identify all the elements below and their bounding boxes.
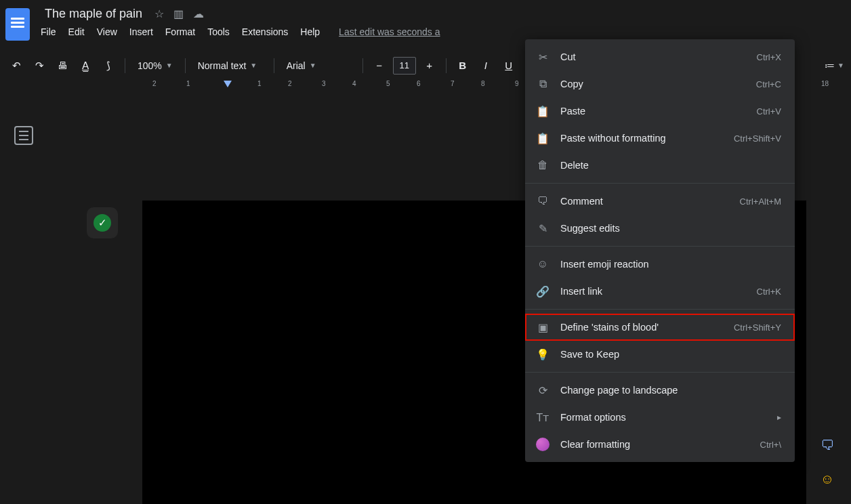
emoji-icon: ☺ bbox=[536, 257, 549, 271]
document-title[interactable]: The maple of pain bbox=[41, 5, 146, 22]
copy-icon: ⧉ bbox=[536, 77, 549, 91]
menu-divider bbox=[525, 372, 795, 373]
font-size-decrease[interactable]: − bbox=[370, 56, 389, 75]
paste-icon: 📋 bbox=[536, 104, 549, 118]
menu-file[interactable]: File bbox=[41, 26, 56, 37]
context-menu-item[interactable]: ✎Suggest edits bbox=[525, 215, 795, 242]
docs-logo-icon[interactable] bbox=[5, 8, 30, 41]
paint-format-button[interactable]: ⟆ bbox=[99, 56, 118, 75]
menu-tools[interactable]: Tools bbox=[207, 26, 230, 37]
zoom-select[interactable]: 100%▼ bbox=[132, 56, 178, 75]
add-comment-button[interactable]: 🗨 bbox=[816, 434, 839, 457]
submenu-arrow-icon: ▸ bbox=[777, 413, 781, 422]
undo-button[interactable]: ↶ bbox=[7, 56, 26, 75]
context-menu-item[interactable]: 📋Paste without formattingCtrl+Shift+V bbox=[525, 125, 795, 152]
menu-insert[interactable]: Insert bbox=[129, 26, 153, 37]
menu-help[interactable]: Help bbox=[300, 26, 320, 37]
format-icon: Tᴛ bbox=[536, 411, 549, 424]
context-menu-item[interactable]: 💡Save to Keep bbox=[525, 341, 795, 368]
italic-button[interactable]: I bbox=[476, 56, 495, 75]
context-menu-item[interactable]: TᴛFormat options▸ bbox=[525, 404, 795, 431]
bold-button[interactable]: B bbox=[453, 56, 472, 75]
rotate-icon: ⟳ bbox=[536, 383, 549, 397]
ruler-tick: 2 bbox=[288, 80, 292, 87]
ruler-tick: 7 bbox=[451, 80, 455, 87]
print-button[interactable]: 🖶 bbox=[53, 56, 72, 75]
menu-divider bbox=[525, 183, 795, 184]
context-menu-label: Insert link bbox=[560, 286, 746, 297]
context-menu-label: Define 'stains of blood' bbox=[560, 322, 723, 333]
suggest-icon: ✎ bbox=[536, 222, 549, 235]
ruler-tick: 18 bbox=[821, 80, 829, 87]
font-size-input[interactable] bbox=[393, 57, 416, 75]
context-menu-item[interactable]: 📋PasteCtrl+V bbox=[525, 98, 795, 125]
paste-plain-icon: 📋 bbox=[536, 131, 549, 145]
star-icon[interactable]: ☆ bbox=[154, 7, 164, 20]
spellcheck-button[interactable]: A̲ bbox=[76, 56, 95, 75]
menu-divider bbox=[525, 246, 795, 247]
ruler-tick: 6 bbox=[417, 80, 421, 87]
context-menu-label: Paste without formatting bbox=[560, 133, 723, 144]
context-menu-label: Insert emoji reaction bbox=[560, 259, 770, 270]
keep-icon: 💡 bbox=[536, 348, 549, 361]
menu-format[interactable]: Format bbox=[165, 26, 195, 37]
context-menu-shortcut: Ctrl+Shift+Y bbox=[734, 322, 781, 333]
menu-edit[interactable]: Edit bbox=[68, 26, 85, 37]
underline-button[interactable]: U bbox=[499, 56, 518, 75]
context-menu-label: Change page to landscape bbox=[560, 385, 770, 396]
context-menu-item[interactable]: 🗑Delete bbox=[525, 152, 795, 179]
avatar-icon bbox=[536, 438, 549, 451]
menu-extensions[interactable]: Extensions bbox=[242, 26, 288, 37]
ruler-tick: 2 bbox=[152, 80, 157, 87]
font-value: Arial bbox=[287, 60, 306, 71]
ruler-tick: 1 bbox=[257, 80, 262, 87]
comment-icon: 🗨 bbox=[536, 194, 549, 208]
context-menu-item[interactable]: ☺Insert emoji reaction bbox=[525, 251, 795, 278]
context-menu-item[interactable]: ⧉CopyCtrl+C bbox=[525, 70, 795, 98]
suggestion-accept-badge[interactable]: ✓ bbox=[87, 207, 118, 238]
define-icon: ▣ bbox=[536, 320, 549, 334]
menu-bar: File Edit View Insert Format Tools Exten… bbox=[41, 26, 440, 37]
check-icon: ✓ bbox=[94, 214, 111, 232]
context-menu-shortcut: Ctrl+V bbox=[757, 106, 781, 117]
paragraph-style-value: Normal text bbox=[198, 60, 247, 71]
ruler-tick: 1 bbox=[186, 80, 190, 87]
context-menu-item[interactable]: ⟳Change page to landscape bbox=[525, 377, 795, 404]
indent-marker-icon[interactable] bbox=[224, 81, 232, 87]
context-menu-label: Comment bbox=[560, 196, 729, 207]
context-menu-item[interactable]: ▣Define 'stains of blood'Ctrl+Shift+Y bbox=[525, 314, 795, 341]
context-menu-shortcut: Ctrl+\ bbox=[760, 440, 781, 450]
context-menu-label: Copy bbox=[560, 79, 745, 89]
font-select[interactable]: Arial▼ bbox=[281, 56, 356, 75]
menu-view[interactable]: View bbox=[97, 26, 117, 37]
cloud-status-icon: ☁ bbox=[193, 7, 204, 20]
context-menu-label: Suggest edits bbox=[560, 223, 770, 234]
ruler-tick: 4 bbox=[352, 80, 356, 87]
context-menu-shortcut: Ctrl+Shift+V bbox=[734, 133, 781, 144]
outline-toggle-button[interactable] bbox=[14, 126, 33, 145]
move-icon[interactable]: ▥ bbox=[173, 7, 184, 20]
context-menu-item[interactable]: 🗨CommentCtrl+Alt+M bbox=[525, 188, 795, 215]
context-menu-label: Paste bbox=[560, 106, 746, 117]
ruler-tick: 5 bbox=[386, 80, 390, 87]
editing-mode-button[interactable]: ≔▼ bbox=[825, 56, 844, 75]
context-menu-item[interactable]: 🔗Insert linkCtrl+K bbox=[525, 278, 795, 305]
context-menu-shortcut: Ctrl+K bbox=[757, 287, 781, 297]
context-menu-label: Delete bbox=[560, 160, 770, 171]
paragraph-style-select[interactable]: Normal text▼ bbox=[192, 56, 267, 75]
redo-button[interactable]: ↷ bbox=[30, 56, 49, 75]
last-edit-link[interactable]: Last edit was seconds a bbox=[339, 26, 440, 37]
emoji-reaction-button[interactable]: ☺ bbox=[816, 467, 839, 490]
delete-icon: 🗑 bbox=[536, 159, 549, 172]
ruler-tick: 3 bbox=[322, 80, 326, 87]
context-menu-label: Cut bbox=[560, 51, 746, 62]
cut-icon: ✂ bbox=[536, 50, 549, 64]
context-menu-item[interactable]: ✂CutCtrl+X bbox=[525, 43, 795, 70]
context-menu-item[interactable]: Clear formattingCtrl+\ bbox=[525, 431, 795, 458]
context-menu-shortcut: Ctrl+X bbox=[757, 52, 781, 62]
menu-divider bbox=[525, 309, 795, 310]
context-menu-label: Save to Keep bbox=[560, 349, 770, 360]
context-menu-shortcut: Ctrl+C bbox=[756, 79, 781, 89]
font-size-increase[interactable]: + bbox=[420, 56, 439, 75]
ruler-tick: 8 bbox=[481, 80, 485, 87]
